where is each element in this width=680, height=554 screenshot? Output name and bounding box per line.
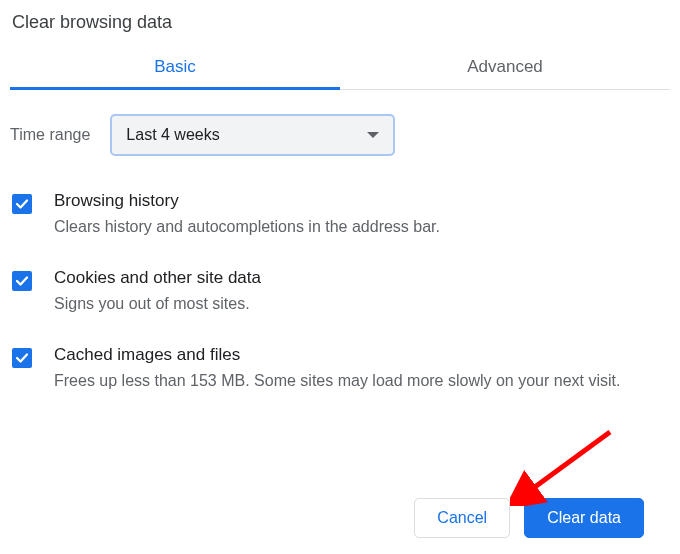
tab-basic[interactable]: Basic	[10, 45, 340, 89]
dialog-actions: Cancel Clear data	[414, 498, 644, 538]
option-desc: Clears history and autocompletions in th…	[54, 215, 664, 239]
clear-browsing-data-dialog: Clear browsing data Basic Advanced Time …	[0, 0, 680, 405]
tab-advanced-label: Advanced	[467, 57, 543, 76]
dialog-title: Clear browsing data	[10, 8, 670, 45]
option-text: Cookies and other site data Signs you ou…	[54, 267, 670, 316]
cancel-button[interactable]: Cancel	[414, 498, 510, 538]
option-title: Cookies and other site data	[54, 267, 664, 290]
time-range-label: Time range	[10, 126, 90, 144]
cancel-button-label: Cancel	[437, 509, 487, 527]
chevron-down-icon	[367, 132, 379, 138]
checkbox-cookies[interactable]	[12, 271, 32, 291]
options-list: Browsing history Clears history and auto…	[10, 166, 670, 405]
clear-data-button[interactable]: Clear data	[524, 498, 644, 538]
option-browsing-history: Browsing history Clears history and auto…	[10, 174, 670, 251]
option-text: Browsing history Clears history and auto…	[54, 190, 670, 239]
checkmark-icon	[15, 197, 29, 211]
time-range-selected-value: Last 4 weeks	[126, 126, 219, 144]
option-cached: Cached images and files Frees up less th…	[10, 328, 670, 405]
tab-basic-label: Basic	[154, 57, 196, 76]
time-range-row: Time range Last 4 weeks	[10, 90, 670, 166]
option-text: Cached images and files Frees up less th…	[54, 344, 670, 393]
option-cookies: Cookies and other site data Signs you ou…	[10, 251, 670, 328]
tab-advanced[interactable]: Advanced	[340, 45, 670, 89]
time-range-select[interactable]: Last 4 weeks	[110, 114, 395, 156]
annotation-arrow-icon	[510, 426, 620, 506]
clear-data-button-label: Clear data	[547, 509, 621, 527]
option-title: Cached images and files	[54, 344, 664, 367]
checkbox-browsing-history[interactable]	[12, 194, 32, 214]
svg-line-0	[528, 432, 610, 492]
checkmark-icon	[15, 351, 29, 365]
option-desc: Frees up less than 153 MB. Some sites ma…	[54, 369, 664, 393]
option-desc: Signs you out of most sites.	[54, 292, 664, 316]
option-title: Browsing history	[54, 190, 664, 213]
checkbox-cached[interactable]	[12, 348, 32, 368]
tab-bar: Basic Advanced	[10, 45, 670, 90]
checkmark-icon	[15, 274, 29, 288]
